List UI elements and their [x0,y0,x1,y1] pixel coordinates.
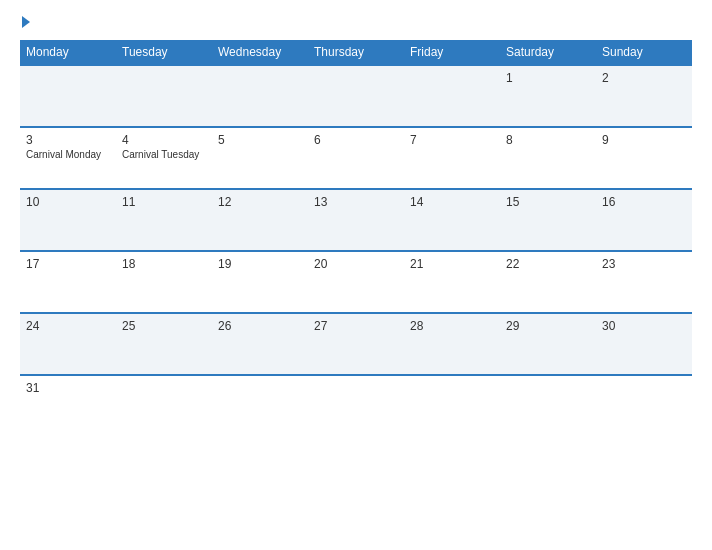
calendar-row-3: 17181920212223 [20,251,692,313]
logo-triangle-icon [22,16,30,28]
calendar-cell: 17 [20,251,116,313]
day-number: 1 [506,71,590,85]
day-number: 5 [218,133,302,147]
calendar-header-monday: Monday [20,40,116,65]
calendar-cell: 26 [212,313,308,375]
day-number: 8 [506,133,590,147]
day-number: 12 [218,195,302,209]
day-number: 9 [602,133,686,147]
day-number: 27 [314,319,398,333]
calendar-header-wednesday: Wednesday [212,40,308,65]
calendar-cell: 31 [20,375,116,437]
day-number: 30 [602,319,686,333]
day-number: 29 [506,319,590,333]
calendar-cell: 23 [596,251,692,313]
day-number: 6 [314,133,398,147]
calendar-cell [500,375,596,437]
calendar-cell: 7 [404,127,500,189]
calendar-cell: 18 [116,251,212,313]
day-number: 28 [410,319,494,333]
calendar-header-row: MondayTuesdayWednesdayThursdayFridaySatu… [20,40,692,65]
page: MondayTuesdayWednesdayThursdayFridaySatu… [0,0,712,550]
calendar-cell: 30 [596,313,692,375]
calendar-cell [116,375,212,437]
calendar-cell: 24 [20,313,116,375]
calendar-cell: 16 [596,189,692,251]
header [20,16,692,28]
calendar-header-sunday: Sunday [596,40,692,65]
calendar-cell: 20 [308,251,404,313]
day-number: 24 [26,319,110,333]
day-number: 22 [506,257,590,271]
calendar-cell: 15 [500,189,596,251]
day-event: Carnival Tuesday [122,149,206,160]
calendar-cell: 9 [596,127,692,189]
calendar-cell: 19 [212,251,308,313]
calendar-cell: 3Carnival Monday [20,127,116,189]
day-number: 10 [26,195,110,209]
day-number: 15 [506,195,590,209]
day-number: 31 [26,381,110,395]
calendar-cell: 11 [116,189,212,251]
day-number: 19 [218,257,302,271]
calendar-row-1: 3Carnival Monday4Carnival Tuesday56789 [20,127,692,189]
day-number: 17 [26,257,110,271]
day-number: 4 [122,133,206,147]
calendar-cell: 5 [212,127,308,189]
calendar-cell [20,65,116,127]
calendar-cell: 14 [404,189,500,251]
day-event: Carnival Monday [26,149,110,160]
calendar-row-4: 24252627282930 [20,313,692,375]
day-number: 7 [410,133,494,147]
day-number: 11 [122,195,206,209]
calendar-cell: 21 [404,251,500,313]
logo [20,16,30,28]
calendar-cell [212,65,308,127]
day-number: 13 [314,195,398,209]
calendar-row-5: 31 [20,375,692,437]
day-number: 18 [122,257,206,271]
day-number: 21 [410,257,494,271]
calendar-cell: 1 [500,65,596,127]
calendar-header-tuesday: Tuesday [116,40,212,65]
calendar-cell: 8 [500,127,596,189]
day-number: 25 [122,319,206,333]
calendar-header-thursday: Thursday [308,40,404,65]
calendar-cell: 12 [212,189,308,251]
calendar-cell [212,375,308,437]
calendar-row-0: 12 [20,65,692,127]
calendar-row-2: 10111213141516 [20,189,692,251]
calendar-cell: 25 [116,313,212,375]
calendar-header-friday: Friday [404,40,500,65]
calendar-cell [308,65,404,127]
calendar-cell [404,65,500,127]
calendar-cell: 28 [404,313,500,375]
day-number: 20 [314,257,398,271]
day-number: 16 [602,195,686,209]
day-number: 14 [410,195,494,209]
calendar-cell [404,375,500,437]
calendar-cell: 4Carnival Tuesday [116,127,212,189]
day-number: 3 [26,133,110,147]
day-number: 2 [602,71,686,85]
calendar-header-saturday: Saturday [500,40,596,65]
calendar-cell [308,375,404,437]
calendar-cell [596,375,692,437]
calendar-table: MondayTuesdayWednesdayThursdayFridaySatu… [20,40,692,437]
calendar-cell: 22 [500,251,596,313]
calendar-cell: 2 [596,65,692,127]
calendar-cell: 29 [500,313,596,375]
day-number: 26 [218,319,302,333]
logo-blue-text [20,16,30,28]
calendar-cell: 27 [308,313,404,375]
calendar-cell [116,65,212,127]
calendar-cell: 10 [20,189,116,251]
calendar-cell: 13 [308,189,404,251]
day-number: 23 [602,257,686,271]
calendar-cell: 6 [308,127,404,189]
